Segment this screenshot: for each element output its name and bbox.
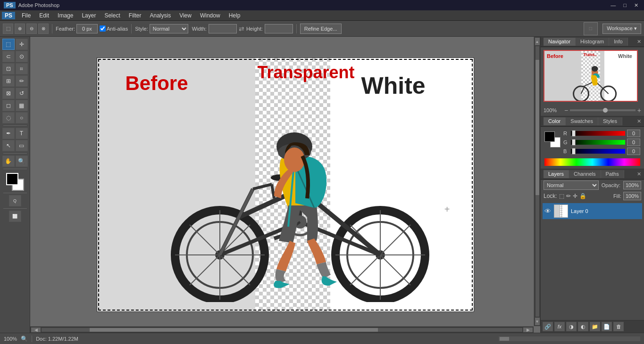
vertical-scrollbar[interactable]: ▲ ▼ [534, 37, 540, 326]
horizontal-scrollbar[interactable]: ◀ ▶ [30, 326, 534, 333]
lock-image-icon[interactable]: ✏ [566, 193, 571, 199]
lock-position-icon[interactable]: ✛ [573, 193, 577, 199]
lock-transparent-icon[interactable]: ⬚ [559, 193, 564, 199]
layer-item-0[interactable]: 👁 Layer 0 [543, 203, 642, 219]
brush-tool[interactable]: ✏ [16, 75, 28, 87]
crop-tool[interactable]: ⊡ [2, 63, 15, 74]
layer-link-btn[interactable]: 🔗 [543, 322, 553, 331]
layer-mask-btn[interactable]: ◑ [566, 322, 577, 331]
b-slider-thumb[interactable] [572, 148, 576, 155]
color-spectrum[interactable] [544, 158, 640, 166]
r-value[interactable] [627, 130, 640, 137]
menu-window[interactable]: Window [196, 11, 224, 20]
tab-color[interactable]: Color [544, 117, 566, 125]
tab-navigator[interactable]: Navigator [544, 38, 576, 46]
intersect-selection-btn[interactable]: ⊗ [38, 24, 49, 34]
refine-edge-button[interactable]: Refine Edge... [300, 24, 342, 34]
type-tool[interactable]: T [16, 128, 28, 139]
b-value[interactable] [627, 147, 640, 155]
quick-mask-btn[interactable]: Q [9, 195, 21, 206]
tab-channels[interactable]: Channels [569, 170, 601, 178]
layer-fx-btn[interactable]: fx [554, 322, 565, 331]
scroll-thumb-v[interactable] [535, 60, 539, 195]
marquee-tool[interactable]: ⬚ [2, 39, 15, 50]
new-selection-btn[interactable]: ⬚ [3, 24, 13, 34]
feather-input[interactable] [76, 24, 98, 33]
shape-tool[interactable]: ▭ [16, 140, 28, 151]
layer-adj-btn[interactable]: ◐ [578, 322, 588, 331]
height-input[interactable] [265, 24, 293, 33]
zoom-tool[interactable]: 🔍 [16, 156, 28, 167]
screen-mode-btn[interactable]: ⬜ [9, 211, 21, 222]
eraser-tool[interactable]: ◻ [2, 100, 15, 111]
foreground-color-swatch[interactable] [6, 173, 18, 185]
blur-tool[interactable]: ◌ [2, 112, 15, 123]
workspace-button[interactable]: Workspace ▾ [602, 24, 641, 34]
menu-file[interactable]: File [18, 11, 34, 20]
layers-panel-close-icon[interactable]: ✕ [637, 171, 641, 177]
menu-image[interactable]: Image [54, 11, 77, 20]
scroll-thumb-h[interactable] [90, 328, 378, 332]
maximize-button[interactable]: □ [621, 2, 628, 8]
move-tool[interactable]: ✛ [16, 39, 28, 50]
zoom-slider[interactable] [570, 109, 636, 111]
close-button[interactable]: ✕ [632, 2, 640, 8]
opacity-input[interactable] [623, 181, 641, 189]
menu-view[interactable]: View [176, 11, 195, 20]
g-slider[interactable] [571, 140, 625, 145]
pen-tool[interactable]: ✒ [2, 128, 15, 139]
scroll-right-btn[interactable]: ▶ [523, 328, 533, 332]
tab-paths[interactable]: Paths [601, 170, 624, 178]
menu-edit[interactable]: Edit [35, 11, 53, 20]
navigator-close-icon[interactable]: ✕ [637, 39, 641, 45]
g-value[interactable] [627, 139, 640, 146]
antialias-checkbox[interactable] [100, 25, 106, 32]
history-brush-tool[interactable]: ↺ [16, 88, 28, 99]
eyedropper-tool[interactable]: ⌗ [16, 63, 28, 74]
minimize-button[interactable]: — [609, 2, 618, 8]
lasso-tool[interactable]: ⊂ [2, 51, 15, 62]
tab-styles[interactable]: Styles [598, 117, 622, 125]
g-slider-thumb[interactable] [572, 139, 576, 146]
r-slider-thumb[interactable] [572, 130, 576, 137]
path-select-tool[interactable]: ↖ [2, 140, 15, 151]
subtract-selection-btn[interactable]: ⊖ [26, 24, 37, 34]
quick-select-tool[interactable]: ⊙ [16, 51, 28, 62]
style-select[interactable]: Normal Fixed Ratio Fixed Size [150, 24, 188, 33]
r-slider[interactable] [571, 131, 625, 136]
scroll-down-btn[interactable]: ▼ [535, 318, 540, 325]
titlebar-controls[interactable]: — □ ✕ [609, 2, 640, 8]
menu-layer[interactable]: Layer [78, 11, 100, 20]
color-panel-close-icon[interactable]: ✕ [637, 118, 641, 124]
scroll-up-btn[interactable]: ▲ [535, 38, 540, 45]
layer-group-btn[interactable]: 📁 [590, 322, 600, 331]
b-slider[interactable] [571, 149, 625, 154]
zoom-in-icon[interactable]: + [637, 106, 641, 114]
tab-info[interactable]: Info [609, 38, 627, 46]
spot-heal-tool[interactable]: ⊞ [2, 75, 15, 87]
fg-color-swatch[interactable] [544, 131, 555, 142]
swap-wh-icon[interactable]: ⇄ [239, 25, 244, 33]
hand-tool[interactable]: ✋ [2, 156, 15, 167]
layer-visibility-icon[interactable]: 👁 [544, 207, 551, 215]
menu-filter[interactable]: Filter [125, 11, 145, 20]
fill-input[interactable] [623, 192, 641, 200]
menu-help[interactable]: Help [225, 11, 244, 20]
tab-swatches[interactable]: Swatches [566, 117, 598, 125]
add-selection-btn[interactable]: ⊕ [15, 24, 25, 34]
layer-delete-btn[interactable]: 🗑 [613, 322, 624, 331]
zoom-slider-thumb[interactable] [603, 108, 608, 113]
dodge-tool[interactable]: ○ [16, 112, 28, 123]
gradient-tool[interactable]: ▦ [16, 100, 28, 111]
tab-histogram[interactable]: Histogram [576, 38, 609, 46]
tab-layers[interactable]: Layers [544, 170, 569, 178]
width-input[interactable] [209, 24, 237, 33]
blend-mode-select[interactable]: Normal Multiply Screen Overlay [544, 180, 599, 190]
layer-new-btn[interactable]: 📄 [602, 322, 612, 331]
lock-all-icon[interactable]: 🔒 [579, 193, 586, 199]
scroll-left-btn[interactable]: ◀ [31, 328, 41, 332]
menu-select[interactable]: Select [100, 11, 124, 20]
clone-tool[interactable]: ⊠ [2, 88, 15, 99]
menu-analysis[interactable]: Analysis [146, 11, 175, 20]
zoom-out-icon[interactable]: − [564, 106, 568, 114]
